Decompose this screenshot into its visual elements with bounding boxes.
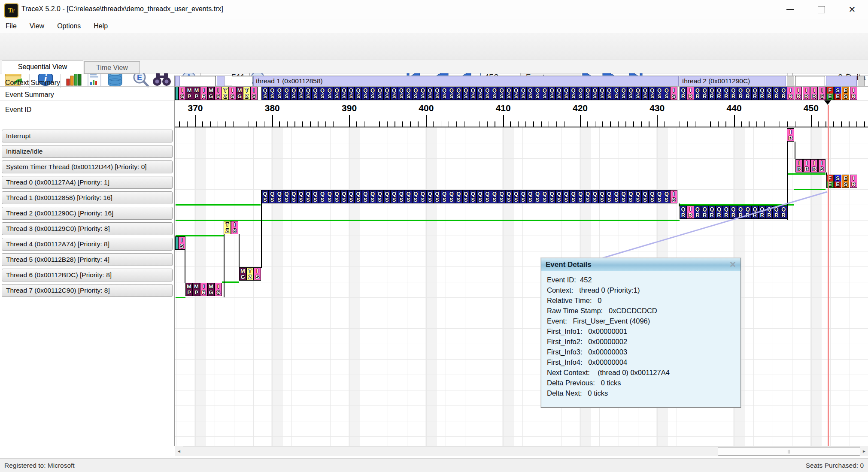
- event-glyph-QR[interactable]: QR: [744, 206, 751, 219]
- event-glyph-QS[interactable]: QS: [491, 87, 498, 100]
- event-glyph-QS[interactable]: QS: [441, 190, 448, 203]
- context-button-4[interactable]: Thread 1 (0x00112858) [Priority: 16]: [2, 191, 173, 204]
- event-glyph-MG[interactable]: MG: [236, 87, 243, 100]
- event-glyph-QR[interactable]: QR: [751, 87, 759, 100]
- event-glyph-QS[interactable]: QS: [519, 87, 527, 100]
- context-button-2[interactable]: System Timer Thread (0x00112D44) [Priori…: [2, 160, 173, 173]
- event-glyph-TZ[interactable]: TZ: [222, 87, 229, 100]
- event-glyph-QS[interactable]: QS: [419, 87, 426, 100]
- event-glyph-QS[interactable]: QS: [426, 190, 434, 203]
- event-glyph-QS[interactable]: QS: [455, 87, 462, 100]
- event-glyph-MG[interactable]: MG: [239, 267, 246, 281]
- event-glyph-QS[interactable]: QS: [347, 190, 355, 203]
- event-glyph-QS[interactable]: QS: [469, 190, 476, 203]
- event-glyph-MP[interactable]: MP: [185, 283, 193, 296]
- event-glyph-TZ[interactable]: TZ: [243, 87, 250, 100]
- context-button-7[interactable]: Thread 4 (0x00112A74) [Priority: 8]: [2, 238, 173, 251]
- event-glyph-QS[interactable]: QS: [383, 87, 391, 100]
- event-glyph-IS[interactable]: IS: [819, 87, 826, 100]
- event-glyph-QS[interactable]: QS: [555, 190, 563, 203]
- event-glyph-QR[interactable]: QR: [694, 206, 701, 219]
- event-glyph-QS[interactable]: QS: [606, 87, 613, 100]
- event-glyph-QS[interactable]: QS: [634, 87, 641, 100]
- context-button-5[interactable]: Thread 2 (0x0011290C) [Priority: 16]: [2, 207, 173, 220]
- event-glyph-QS[interactable]: QS: [355, 87, 362, 100]
- event-glyph-IS[interactable]: IS: [670, 87, 677, 100]
- event-glyph-QR[interactable]: QR: [701, 206, 708, 219]
- event-glyph-IR[interactable]: IR: [810, 87, 818, 100]
- scroll-right-arrow[interactable]: ►: [860, 446, 868, 456]
- context-button-1[interactable]: Initialize/Idle: [2, 145, 173, 158]
- event-glyph-QS[interactable]: QS: [505, 87, 513, 100]
- event-glyph-QS[interactable]: QS: [405, 190, 412, 203]
- event-glyph-QS[interactable]: QS: [634, 190, 641, 203]
- event-glyph-QS[interactable]: QS: [577, 190, 584, 203]
- event-glyph-QR[interactable]: QR: [716, 206, 723, 219]
- event-glyph-QS[interactable]: QS: [541, 190, 548, 203]
- event-glyph-QS[interactable]: QS: [391, 87, 398, 100]
- event-glyph-QR[interactable]: QR: [708, 87, 716, 100]
- event-glyph-QS[interactable]: QS: [383, 190, 391, 203]
- event-glyph-QR[interactable]: QR: [759, 206, 766, 219]
- event-glyph-QS[interactable]: QS: [340, 87, 348, 100]
- event-glyph-QS[interactable]: QS: [649, 87, 656, 100]
- event-glyph-QS[interactable]: QS: [649, 190, 656, 203]
- context-bar-1[interactable]: thread 1 (0x00112858): [253, 76, 679, 86]
- event-glyph-QS[interactable]: QS: [448, 87, 455, 100]
- context-button-10[interactable]: Thread 7 (0x00112C90) [Priority: 8]: [2, 284, 173, 297]
- event-glyph-QS[interactable]: QS: [620, 190, 627, 203]
- event-glyph-IS[interactable]: IS: [250, 87, 258, 100]
- event-glyph-TZ[interactable]: TZ: [246, 267, 254, 281]
- event-glyph-XX[interactable]: [175, 87, 179, 100]
- event-glyph-QS[interactable]: QS: [613, 87, 620, 100]
- event-glyph-QS[interactable]: QS: [541, 87, 548, 100]
- event-glyph-QS[interactable]: QS: [312, 190, 319, 203]
- event-glyph-QS[interactable]: QS: [434, 87, 441, 100]
- event-glyph-QS[interactable]: QS: [312, 87, 319, 100]
- event-glyph-QS[interactable]: QS: [469, 87, 476, 100]
- event-glyph-QS[interactable]: QS: [276, 190, 283, 203]
- context-segment[interactable]: [232, 76, 252, 86]
- event-glyph-IR[interactable]: IR: [795, 159, 803, 172]
- event-glyph-QS[interactable]: QS: [362, 190, 369, 203]
- event-glyph-QS[interactable]: QS: [476, 190, 484, 203]
- event-glyph-QS[interactable]: QS: [304, 87, 312, 100]
- event-glyph-QS[interactable]: QS: [598, 87, 606, 100]
- event-glyph-QR[interactable]: QR: [780, 87, 787, 100]
- event-glyph-QS[interactable]: QS: [548, 190, 555, 203]
- event-glyph-QS[interactable]: QS: [376, 87, 383, 100]
- context-button-3[interactable]: Thread 0 (0x001127A4) [Priority: 1]: [2, 176, 173, 189]
- event-glyph-IR[interactable]: IR: [850, 175, 857, 188]
- event-glyph-QS[interactable]: QS: [513, 87, 520, 100]
- event-glyph-QR[interactable]: QR: [759, 87, 766, 100]
- event-glyph-QS[interactable]: QS: [333, 190, 340, 203]
- event-glyph-SE[interactable]: SE: [834, 87, 841, 100]
- event-glyph-QS[interactable]: QS: [405, 87, 412, 100]
- event-glyph-QS[interactable]: QS: [476, 87, 484, 100]
- event-glyph-MP[interactable]: MP: [186, 87, 193, 100]
- event-glyph-QS[interactable]: QS: [297, 87, 305, 100]
- event-glyph-QS[interactable]: QS: [570, 190, 577, 203]
- event-glyph-IR[interactable]: IR: [803, 159, 810, 172]
- event-glyph-QS[interactable]: QS: [641, 190, 649, 203]
- event-glyph-QS[interactable]: QS: [319, 190, 326, 203]
- event-glyph-IS[interactable]: IS: [179, 87, 186, 100]
- event-glyph-IS[interactable]: IS: [231, 221, 238, 234]
- event-glyph-QS[interactable]: QS: [656, 87, 663, 100]
- context-button-9[interactable]: Thread 6 (0x00112BDC) [Priority: 8]: [2, 269, 173, 281]
- event-glyph-QS[interactable]: QS: [534, 190, 541, 203]
- event-glyph-QS[interactable]: QS: [484, 190, 491, 203]
- event-glyph-QS[interactable]: QS: [462, 87, 470, 100]
- event-glyph-QR[interactable]: QR: [780, 206, 787, 219]
- event-glyph-IR[interactable]: IR: [810, 159, 818, 172]
- event-glyph-QS[interactable]: QS: [627, 87, 634, 100]
- event-glyph-QS[interactable]: QS: [498, 190, 505, 203]
- event-glyph-QS[interactable]: QS: [656, 190, 663, 203]
- event-glyph-QR[interactable]: QR: [680, 87, 687, 100]
- event-glyph-IR[interactable]: IR: [687, 206, 694, 219]
- event-glyph-QR[interactable]: QR: [737, 206, 744, 219]
- event-glyph-IS[interactable]: IS: [818, 159, 826, 172]
- event-glyph-QS[interactable]: QS: [584, 87, 592, 100]
- event-glyph-QS[interactable]: QS: [548, 87, 555, 100]
- event-glyph-IS[interactable]: IS: [254, 267, 261, 281]
